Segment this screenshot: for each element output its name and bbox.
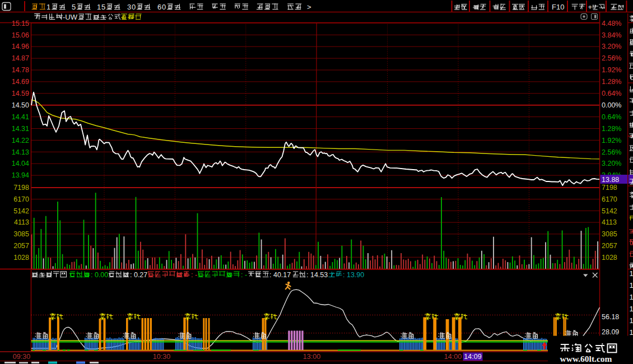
- svg-text:4.48%: 4.48%: [602, 20, 621, 27]
- svg-text:28.09: 28.09: [602, 328, 619, 336]
- svg-text:13.94: 13.94: [12, 171, 29, 179]
- svg-text:7198: 7198: [602, 184, 617, 192]
- svg-text:www.60lt.com: www.60lt.com: [560, 354, 612, 363]
- svg-text:14:00: 14:00: [444, 353, 462, 361]
- svg-text:2057: 2057: [13, 242, 29, 250]
- svg-text:14.78: 14.78: [12, 66, 29, 74]
- svg-text:2.56%: 2.56%: [602, 148, 621, 156]
- svg-text:: 14.53: : 14.53: [306, 271, 328, 279]
- svg-text:-UW: -UW: [63, 13, 78, 21]
- svg-text:2.56%: 2.56%: [602, 54, 621, 62]
- svg-text:14.04: 14.04: [12, 160, 29, 167]
- svg-text:3: 3: [127, 3, 131, 11]
- svg-text:15.15: 15.15: [12, 20, 29, 27]
- svg-text:5142: 5142: [602, 207, 617, 215]
- svg-text:3.20%: 3.20%: [602, 43, 621, 50]
- svg-text:15.06: 15.06: [12, 31, 29, 39]
- svg-text:14.31: 14.31: [12, 125, 29, 133]
- svg-text:13:00: 13:00: [303, 353, 320, 361]
- svg-text:7198: 7198: [13, 184, 29, 192]
- svg-text:: 13.90: : 13.90: [343, 271, 364, 279]
- svg-text:: 0.00: : 0.00: [91, 271, 108, 279]
- svg-text:3.84%: 3.84%: [602, 31, 621, 39]
- svg-text:2057: 2057: [602, 242, 617, 250]
- svg-text:14.41: 14.41: [12, 113, 29, 121]
- svg-text:3.20%: 3.20%: [602, 160, 621, 167]
- svg-text:F10: F10: [552, 3, 564, 11]
- svg-text:14.22: 14.22: [12, 137, 29, 144]
- svg-text:5142: 5142: [13, 207, 29, 215]
- svg-text:1.28%: 1.28%: [602, 125, 621, 133]
- svg-text:6170: 6170: [602, 195, 617, 203]
- svg-text:10:30: 10:30: [153, 353, 170, 361]
- svg-text:: 40.17: : 40.17: [269, 271, 291, 279]
- svg-text:14.13: 14.13: [12, 148, 29, 156]
- svg-text:1028: 1028: [13, 254, 29, 262]
- svg-text:09:30: 09:30: [13, 353, 30, 361]
- svg-text:: 0.27: : 0.27: [130, 271, 147, 279]
- svg-text:4113: 4113: [602, 218, 617, 226]
- svg-text:1.28%: 1.28%: [602, 78, 621, 86]
- svg-text:6170: 6170: [13, 195, 29, 203]
- svg-text:3085: 3085: [13, 230, 29, 238]
- svg-text:14:09: 14:09: [464, 353, 481, 361]
- svg-text:: -: : -: [191, 271, 197, 279]
- svg-text:1: 1: [630, 281, 633, 290]
- svg-text:56.18: 56.18: [602, 313, 619, 321]
- svg-text:1: 1: [630, 293, 633, 301]
- svg-text:: -: : -: [241, 271, 247, 279]
- svg-text:0.64%: 0.64%: [602, 90, 621, 97]
- svg-text:6: 6: [157, 3, 161, 11]
- svg-text:14.96: 14.96: [12, 43, 29, 50]
- svg-text:4113: 4113: [14, 218, 29, 226]
- svg-text:1: 1: [46, 3, 50, 11]
- svg-text:3085: 3085: [602, 230, 617, 238]
- svg-text:1: 1: [630, 269, 633, 278]
- svg-text:1.92%: 1.92%: [602, 66, 621, 74]
- svg-text:1: 1: [630, 305, 633, 313]
- svg-text:1: 1: [97, 3, 101, 11]
- svg-text:0.00%: 0.00%: [602, 101, 621, 109]
- svg-text:+: +: [588, 3, 593, 11]
- svg-text:1: 1: [630, 316, 633, 325]
- svg-text:0.64%: 0.64%: [602, 113, 621, 121]
- svg-text:13.88: 13.88: [602, 176, 619, 184]
- svg-text:1: 1: [630, 328, 633, 337]
- svg-text:1028: 1028: [602, 254, 617, 262]
- svg-text:14.87: 14.87: [12, 54, 29, 62]
- svg-text:14.59: 14.59: [12, 90, 29, 97]
- svg-text:14.50: 14.50: [12, 101, 29, 109]
- svg-text:14.69: 14.69: [12, 78, 29, 86]
- svg-text:0: 0: [132, 3, 136, 11]
- svg-text:5: 5: [72, 3, 76, 11]
- svg-text:1.92%: 1.92%: [602, 137, 621, 144]
- svg-text:0: 0: [162, 3, 166, 11]
- svg-text:5: 5: [101, 3, 105, 11]
- svg-text:>: >: [307, 3, 311, 11]
